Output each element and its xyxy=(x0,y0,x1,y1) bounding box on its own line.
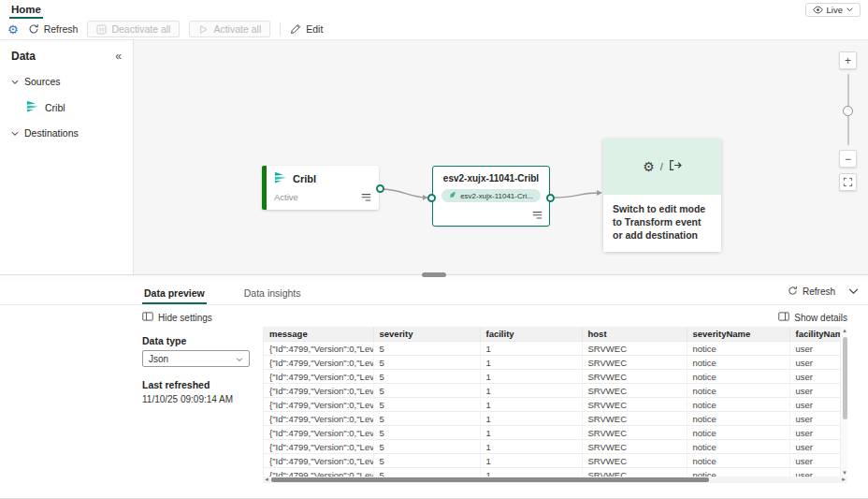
column-header-severityName[interactable]: severityName xyxy=(687,327,789,342)
table-cell: 5 xyxy=(373,356,480,370)
toolbar-divider xyxy=(280,22,281,36)
node-menu-icon[interactable] xyxy=(532,206,542,223)
zoom-slider[interactable] xyxy=(847,74,849,145)
collapse-sidebar-button[interactable]: « xyxy=(115,51,122,62)
data-type-select[interactable]: Json xyxy=(142,350,250,367)
table-cell: notice xyxy=(687,370,789,384)
preview-refresh-button[interactable]: Refresh xyxy=(788,286,835,298)
table-row[interactable]: {"Id":4799,"Version":0,"Level":0,"Tas51S… xyxy=(264,342,847,356)
tab-data-preview[interactable]: Data preview xyxy=(142,283,207,304)
scroll-down-arrow[interactable]: ▼ xyxy=(841,469,847,477)
column-header-message[interactable]: message xyxy=(264,327,373,342)
output-port[interactable] xyxy=(376,184,384,193)
table-row[interactable]: {"Id":4799,"Version":0,"Level":0,"Tas51S… xyxy=(264,370,847,384)
table-cell: 5 xyxy=(373,398,480,412)
tree-item-cribl-source[interactable]: Cribl xyxy=(26,100,122,114)
preview-table-body: {"Id":4799,"Version":0,"Level":0,"Tas51S… xyxy=(264,342,847,477)
table-header-row: messageseverityfacilityhostseverityNamef… xyxy=(264,327,847,342)
pipeline-node[interactable]: esv2-xujx-11041-Cribl esv2-xujx-11041-Cr… xyxy=(432,166,550,227)
table-cell: 5 xyxy=(373,370,480,384)
data-type-label: Data type xyxy=(142,335,263,346)
table-cell: {"Id":4799,"Version":0,"Level":0,"Tas xyxy=(264,412,373,426)
table-cell: 1 xyxy=(480,370,582,384)
table-row[interactable]: {"Id":4799,"Version":0,"Level":0,"Tas51S… xyxy=(264,398,847,412)
hide-settings-button[interactable]: Hide settings xyxy=(142,312,263,323)
source-node-cribl[interactable]: Cribl Active xyxy=(262,166,379,210)
input-port[interactable] xyxy=(427,194,436,202)
tree-item-sources[interactable]: Sources xyxy=(11,76,122,87)
table-row[interactable]: {"Id":4799,"Version":0,"Level":0,"Tas51S… xyxy=(264,356,847,370)
scroll-right-arrow[interactable]: ► xyxy=(840,477,847,483)
source-node-status: Active xyxy=(274,192,298,202)
activate-all-button[interactable]: Activate all xyxy=(189,21,270,37)
table-cell: SRVWEC xyxy=(582,426,687,440)
table-cell: SRVWEC xyxy=(582,356,687,370)
table-cell: user xyxy=(789,342,847,356)
hide-settings-label: Hide settings xyxy=(158,313,212,323)
stream-tag-icon xyxy=(449,191,456,200)
pencil-icon xyxy=(290,23,301,35)
scroll-left-arrow[interactable]: ◄ xyxy=(263,477,270,483)
preview-refresh-label: Refresh xyxy=(803,286,835,297)
deactivate-all-button[interactable]: Deactivate all xyxy=(87,21,180,37)
data-preview-panel: Data preview Data insights Refresh xyxy=(0,280,868,498)
refresh-icon xyxy=(28,23,39,35)
tab-data-insights[interactable]: Data insights xyxy=(242,283,303,304)
table-cell: notice xyxy=(687,426,789,440)
table-cell: notice xyxy=(687,440,789,454)
horizontal-scrollbar[interactable]: ◄ ► xyxy=(263,477,847,483)
cribl-source-label: Cribl xyxy=(45,102,65,113)
column-header-severity[interactable]: severity xyxy=(373,327,480,342)
table-cell: SRVWEC xyxy=(582,342,687,356)
table-cell: {"Id":4799,"Version":0,"Level":0,"Tas xyxy=(264,440,373,454)
column-header-host[interactable]: host xyxy=(582,327,687,342)
splitter-grip[interactable] xyxy=(422,272,446,277)
table-row[interactable]: {"Id":4799,"Version":0,"Level":0,"Tas51S… xyxy=(264,426,847,440)
table-cell: 1 xyxy=(480,356,582,370)
vertical-scroll-thumb[interactable] xyxy=(843,337,847,419)
tab-home[interactable]: Home xyxy=(9,1,43,19)
table-row[interactable]: {"Id":4799,"Version":0,"Level":0,"Tas51S… xyxy=(264,468,847,477)
column-header-facilityName[interactable]: facilityName xyxy=(789,327,847,342)
refresh-icon xyxy=(788,286,798,298)
table-cell: user xyxy=(789,440,847,454)
node-menu-icon[interactable] xyxy=(361,188,371,205)
table-cell: 1 xyxy=(480,412,582,426)
table-row[interactable]: {"Id":4799,"Version":0,"Level":0,"Tas51S… xyxy=(264,384,847,398)
table-row[interactable]: {"Id":4799,"Version":0,"Level":0,"Tas51S… xyxy=(264,454,847,468)
live-label: Live xyxy=(827,5,843,15)
pipeline-canvas[interactable]: Cribl Active esv2-xujx-11041-Cribl xyxy=(134,40,868,274)
horizontal-scroll-thumb[interactable] xyxy=(271,477,709,482)
show-details-button[interactable]: Show details xyxy=(778,312,847,323)
table-row[interactable]: {"Id":4799,"Version":0,"Level":0,"Tas51S… xyxy=(264,440,847,454)
table-cell: notice xyxy=(687,412,789,426)
live-dropdown[interactable]: Live xyxy=(805,3,861,17)
table-cell: notice xyxy=(687,356,789,370)
preview-table-viewport: messageseverityfacilityhostseverityNamef… xyxy=(263,327,847,477)
deactivate-all-label: Deactivate all xyxy=(111,23,170,35)
table-cell: {"Id":4799,"Version":0,"Level":0,"Tas xyxy=(264,356,373,370)
output-port[interactable] xyxy=(546,194,555,202)
eye-icon xyxy=(813,6,823,14)
toolbar: ⚙ Refresh Deactivate all Activate all Ed… xyxy=(0,19,868,40)
zoom-out-button[interactable]: − xyxy=(839,150,857,168)
zoom-slider-handle[interactable] xyxy=(843,106,853,116)
pipeline-pill[interactable]: esv2-xujx-11041-Cri... xyxy=(441,189,541,202)
preview-body: Hide settings Data type Json Last refres… xyxy=(0,305,868,498)
table-row[interactable]: {"Id":4799,"Version":0,"Level":0,"Tas51S… xyxy=(264,412,847,426)
vertical-scrollbar[interactable]: ▲ ▼ xyxy=(840,327,847,477)
collapse-panel-chevron-icon[interactable] xyxy=(848,288,859,295)
edit-button[interactable]: Edit xyxy=(290,23,323,35)
zoom-in-button[interactable]: + xyxy=(839,51,857,69)
settings-gear-button[interactable]: ⚙ xyxy=(7,23,19,36)
edit-mode-hint-card: ⚙ / Switch to edit mode to Transform eve… xyxy=(603,139,721,252)
column-header-facility[interactable]: facility xyxy=(480,327,582,342)
refresh-button[interactable]: Refresh xyxy=(28,23,79,35)
chevron-down-icon xyxy=(846,7,853,12)
preview-table-area: Show details messageseverityfacilityhost… xyxy=(263,305,868,498)
source-node-title: Cribl xyxy=(293,173,316,184)
scroll-up-arrow[interactable]: ▲ xyxy=(841,327,847,334)
fit-to-screen-button[interactable] xyxy=(839,173,857,191)
main-area: Data « Sources Cribl Destinations xyxy=(0,40,868,274)
tree-item-destinations[interactable]: Destinations xyxy=(11,127,122,139)
